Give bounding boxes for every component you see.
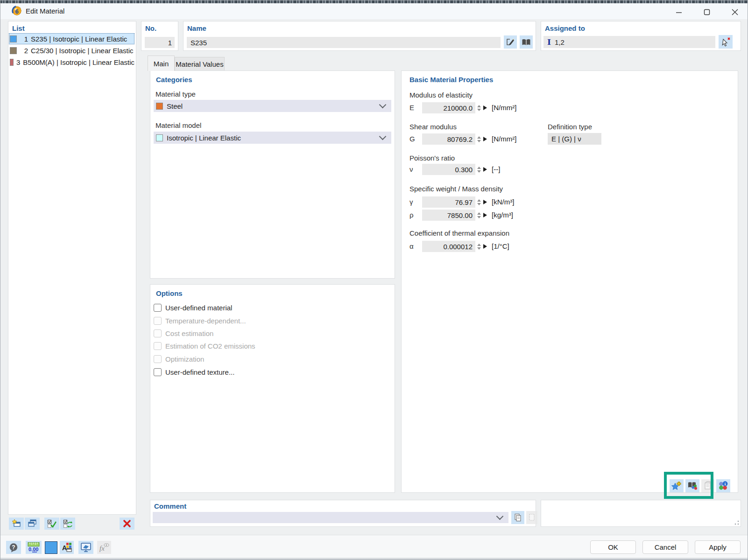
- rho-symbol: ρ: [409, 211, 414, 219]
- properties-header: Basic Material Properties: [409, 76, 493, 84]
- pick-objects-icon[interactable]: [719, 35, 733, 49]
- list-item-label: S235 | Isotropic | Linear Elastic: [31, 35, 127, 43]
- option-label: User-defined material: [165, 304, 232, 312]
- option-label: Estimation of CO2 emissions: [165, 342, 255, 350]
- e-detail-arrow-icon[interactable]: [483, 105, 487, 110]
- formula-icon: fx: [97, 541, 111, 554]
- no-input[interactable]: 1: [145, 37, 175, 48]
- chevron-down-icon: [496, 513, 504, 520]
- g-symbol: G: [409, 135, 415, 143]
- material-model-value: Isotropic | Linear Elastic: [167, 134, 241, 142]
- copy-material-icon[interactable]: [25, 518, 40, 530]
- gamma-detail-arrow-icon[interactable]: [483, 200, 487, 204]
- annotation-highlight: [664, 472, 713, 499]
- option-co2-emissions: Estimation of CO2 emissions: [154, 340, 255, 351]
- e-symbol: E: [409, 104, 414, 112]
- g-detail-arrow-icon[interactable]: [483, 137, 487, 141]
- edit-material-dialog: 6 Edit Material List 1 S235 | Isotropic …: [0, 0, 748, 560]
- definition-type-value: E | (G) | ν: [548, 133, 601, 145]
- chevron-down-icon: [379, 133, 387, 140]
- help-glyph: ?: [12, 544, 15, 551]
- title-bar[interactable]: 6 Edit Material: [0, 3, 748, 19]
- checkbox-icon[interactable]: [154, 368, 162, 376]
- categories-header: Categories: [156, 76, 192, 84]
- rendering-icon[interactable]: [78, 541, 93, 554]
- option-user-defined-material[interactable]: User-defined material: [154, 302, 232, 313]
- assigned-input[interactable]: I 1,2: [543, 36, 715, 48]
- svg-text:fx: fx: [99, 545, 105, 552]
- thermal-label: Coefficient of thermal expansion: [409, 229, 509, 237]
- material-type-combo[interactable]: Steel: [154, 100, 391, 112]
- material-model-label: Material model: [155, 121, 201, 129]
- material-model-swatch: [156, 134, 163, 141]
- alpha-symbol: α: [409, 242, 414, 250]
- rho-spinner[interactable]: [476, 210, 482, 221]
- checkbox-icon: [154, 329, 162, 337]
- check-sync-icon[interactable]: [60, 518, 75, 530]
- alpha-spinner[interactable]: [476, 241, 482, 252]
- list-item-b500m[interactable]: 3 B500M(A) | Isotropic | Linear Elastic: [9, 56, 134, 68]
- checkbox-icon[interactable]: [154, 304, 162, 312]
- list-item-s235[interactable]: 1 S235 | Isotropic | Linear Elastic: [9, 33, 134, 44]
- nu-input[interactable]: 0.300: [422, 164, 475, 175]
- minimize-icon[interactable]: [668, 5, 690, 19]
- option-label: Cost estimation: [165, 329, 213, 337]
- material-type-value: Steel: [167, 102, 183, 110]
- g-input[interactable]: 80769.2: [422, 133, 475, 145]
- library-book-icon[interactable]: [520, 35, 533, 49]
- name-label: Name: [187, 24, 206, 32]
- rename-icon[interactable]: [504, 35, 517, 49]
- check-apply-icon[interactable]: [44, 518, 59, 530]
- alpha-input[interactable]: 0.000012: [422, 241, 475, 252]
- list-item-label: B500M(A) | Isotropic | Linear Elastic: [23, 58, 134, 66]
- units-icon[interactable]: 0.00: [26, 541, 42, 554]
- nu-detail-arrow-icon[interactable]: [483, 167, 487, 172]
- modulus-label: Modulus of elasticity: [409, 91, 473, 99]
- comment-combo[interactable]: [153, 512, 508, 523]
- option-user-defined-texture[interactable]: User-defined texture...: [154, 366, 234, 378]
- gamma-input[interactable]: 76.97: [422, 196, 475, 208]
- nu-spinner[interactable]: [476, 164, 482, 175]
- tab-main-label: Main: [154, 60, 169, 68]
- chevron-down-icon: [379, 101, 387, 109]
- checkbox-icon: [154, 342, 162, 350]
- rho-detail-arrow-icon[interactable]: [483, 213, 487, 217]
- option-label: User-defined texture...: [165, 368, 234, 376]
- close-icon[interactable]: [724, 5, 746, 19]
- material-model-combo[interactable]: Isotropic | Linear Elastic: [154, 132, 391, 144]
- options-header: Options: [156, 289, 183, 297]
- display-options-icon[interactable]: A: [60, 541, 74, 554]
- alpha-detail-arrow-icon[interactable]: [483, 244, 487, 249]
- list-item-c2530[interactable]: 2 C25/30 | Isotropic | Linear Elastic: [9, 45, 134, 56]
- weight-label: Specific weight / Mass density: [409, 185, 503, 193]
- new-material-icon[interactable]: [9, 518, 24, 530]
- maximize-icon[interactable]: [696, 5, 718, 19]
- rho-input[interactable]: 7850.00: [422, 210, 475, 221]
- gamma-unit: [kN/m³]: [492, 198, 514, 206]
- info-colors-icon[interactable]: i: [716, 479, 730, 492]
- e-input[interactable]: 210000.0: [422, 102, 475, 113]
- delete-icon[interactable]: [120, 518, 134, 530]
- option-label: Temperature-dependent...: [165, 317, 246, 325]
- tab-main[interactable]: Main: [148, 56, 175, 71]
- g-spinner[interactable]: [476, 133, 482, 145]
- gamma-spinner[interactable]: [476, 196, 482, 208]
- window-bottom-edge: [0, 558, 748, 560]
- name-input[interactable]: S235: [187, 37, 501, 48]
- list-item-index: 3: [16, 58, 20, 66]
- cancel-button[interactable]: Cancel: [642, 540, 688, 554]
- ok-button[interactable]: OK: [590, 540, 636, 554]
- tab-material-values[interactable]: Material Values: [175, 57, 225, 71]
- window-title: Edit Material: [26, 7, 64, 15]
- comment-copy-icon[interactable]: [511, 511, 524, 524]
- e-spinner[interactable]: [476, 102, 482, 113]
- color-swatch-icon[interactable]: [45, 541, 57, 554]
- apply-button[interactable]: Apply: [695, 540, 741, 554]
- help-icon[interactable]: ?: [6, 541, 21, 554]
- list-item-index: 2: [20, 47, 28, 55]
- checkbox-icon: [154, 355, 162, 363]
- option-cost-estimation: Cost estimation: [154, 328, 213, 339]
- resize-grip-icon[interactable]: [734, 520, 739, 525]
- assigned-label: Assigned to: [545, 24, 585, 32]
- tab-material-values-label: Material Values: [176, 60, 223, 68]
